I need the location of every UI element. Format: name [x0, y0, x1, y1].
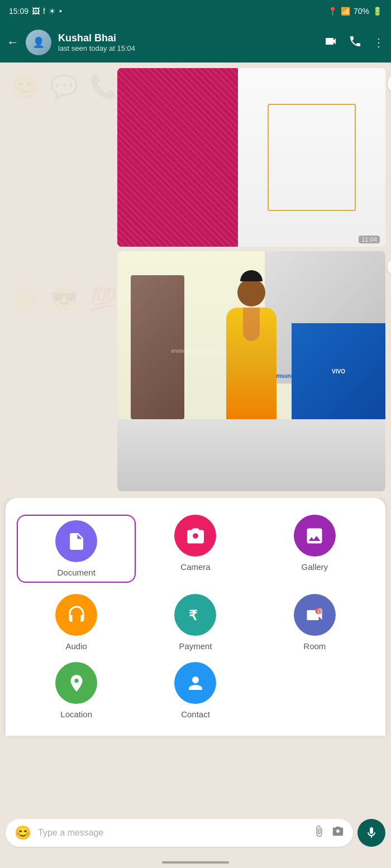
dupatta-center — [243, 308, 260, 341]
message-input-field[interactable]: 😊 Type a message — [6, 819, 353, 847]
contact-name: Kushal Bhai — [58, 32, 317, 44]
location-icon: 📍 — [328, 7, 337, 16]
document-icon-circle — [55, 520, 97, 562]
red-fabric — [117, 68, 238, 247]
woman-figure — [226, 279, 276, 419]
attachment-gallery[interactable]: Gallery — [255, 515, 374, 583]
input-bar: 😊 Type a message — [0, 814, 391, 851]
status-right: 📍 📶 70% 🔋 — [328, 7, 382, 16]
watermark-text: www.pinkcollectio... — [171, 347, 224, 354]
hair — [240, 270, 263, 281]
attachment-room[interactable]: @ Room — [255, 594, 374, 651]
attachment-contact[interactable]: Contact — [136, 662, 255, 719]
svg-text:@: @ — [317, 607, 323, 613]
avatar-image: 👤 — [26, 30, 51, 55]
fabric-pattern — [117, 68, 238, 247]
chat-header: ← 👤 Kushal Bhai last seen today at 15:04… — [0, 22, 391, 63]
gallery-label: Gallery — [302, 562, 328, 572]
chat-area: 😊💬📞❤️🎉 😂👍🔥⭐🌟 😎💯🎊🌈✨ 11:04 — [0, 63, 391, 498]
sun-icon: ☀ — [49, 7, 56, 16]
header-actions: ⋮ — [324, 35, 384, 51]
svg-text:₹: ₹ — [189, 608, 198, 623]
woman-body — [226, 308, 276, 419]
message-timestamp-1: 11:04 — [359, 236, 380, 243]
menu-button[interactable]: ⋮ — [373, 36, 384, 49]
emoji-button[interactable]: 😊 — [15, 825, 31, 841]
wifi-icon: 📶 — [341, 7, 350, 16]
call-button[interactable] — [349, 35, 362, 51]
battery-text: 70% — [354, 7, 369, 16]
floor — [117, 419, 385, 491]
mic-button[interactable] — [357, 819, 385, 847]
status-left: 15:09 🖼 f ☀ • — [9, 7, 62, 16]
contact-info[interactable]: Kushal Bhai last seen today at 15:04 — [58, 32, 317, 52]
message-image-2[interactable]: Samsung Galaxy VIVO — [117, 251, 385, 491]
attachment-audio[interactable]: Audio — [17, 594, 136, 651]
attachment-payment[interactable]: ₹ Payment — [136, 594, 255, 651]
back-button[interactable]: ← — [7, 35, 19, 50]
attachment-menu: Document Camera Gallery Audio ₹ — [6, 498, 385, 736]
camera-snap-button[interactable] — [332, 825, 344, 841]
camera-icon-circle — [174, 515, 216, 557]
photo-icon: 🖼 — [32, 7, 40, 16]
fabric-white-panel — [238, 68, 385, 247]
gallery-icon-circle — [294, 515, 336, 557]
battery-icon: 🔋 — [373, 7, 382, 16]
attachment-camera[interactable]: Camera — [136, 515, 255, 583]
payment-label: Payment — [179, 641, 212, 651]
video-call-button[interactable] — [324, 35, 337, 51]
message-container: 11:04 Samsung Galaxy VIVO — [0, 63, 391, 497]
message-1: 11:04 — [117, 68, 385, 247]
fabric-image — [117, 68, 385, 247]
last-seen: last seen today at 15:04 — [58, 44, 317, 52]
vivo-store: VIVO — [292, 323, 385, 419]
share-button-2[interactable] — [388, 257, 391, 277]
document-label: Document — [57, 568, 95, 577]
message-image-1[interactable]: 11:04 — [117, 68, 385, 247]
woman-head — [237, 279, 265, 306]
room-icon-circle: @ — [294, 594, 336, 636]
location-icon-circle — [55, 662, 97, 704]
location-label: Location — [60, 709, 92, 719]
message-placeholder[interactable]: Type a message — [38, 828, 306, 838]
share-button-1[interactable] — [388, 74, 391, 94]
status-time: 15:09 — [9, 7, 28, 16]
dot-indicator: • — [59, 7, 62, 16]
message-2: Samsung Galaxy VIVO — [117, 251, 385, 491]
woman-image: Samsung Galaxy VIVO — [117, 251, 385, 491]
vivo-text: VIVO — [332, 368, 345, 375]
contact-icon-circle — [174, 662, 216, 704]
attachment-document[interactable]: Document — [17, 515, 136, 583]
audio-label: Audio — [65, 641, 87, 651]
camera-label: Camera — [180, 562, 210, 572]
attachment-location[interactable]: Location — [17, 662, 136, 719]
status-bar: 15:09 🖼 f ☀ • 📍 📶 70% 🔋 — [0, 0, 391, 22]
facebook-icon: f — [43, 7, 45, 16]
attach-button[interactable] — [313, 825, 325, 841]
contact-label: Contact — [181, 709, 210, 719]
home-indicator — [162, 861, 229, 864]
payment-icon-circle: ₹ — [174, 594, 216, 636]
attachment-grid: Document Camera Gallery Audio ₹ — [17, 515, 374, 719]
room-label: Room — [303, 641, 326, 651]
audio-icon-circle — [55, 594, 97, 636]
avatar[interactable]: 👤 — [26, 30, 51, 55]
white-fabric — [238, 68, 385, 247]
